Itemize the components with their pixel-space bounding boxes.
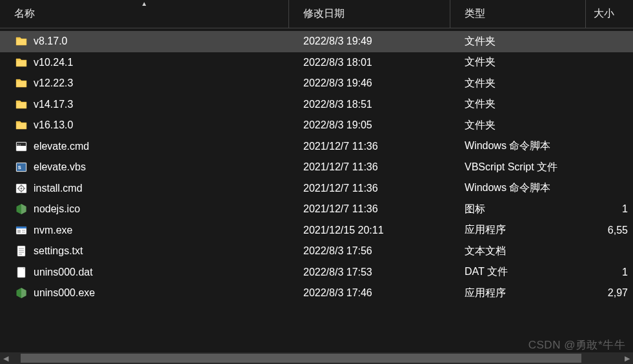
file-type-cell: 文本文档 xyxy=(450,241,586,262)
gear-icon xyxy=(15,183,27,194)
file-name-label: v8.17.0 xyxy=(34,35,67,47)
file-size-cell xyxy=(586,31,633,52)
file-size-cell xyxy=(586,178,633,199)
file-date-cell: 2021/12/7 11:36 xyxy=(289,199,450,220)
file-date-cell: 2022/8/3 19:46 xyxy=(289,73,450,94)
scroll-left-icon[interactable]: ◀ xyxy=(0,352,12,364)
column-header-name[interactable]: ▲ 名称 xyxy=(0,0,289,28)
folder-icon xyxy=(15,57,27,68)
scroll-thumb[interactable] xyxy=(21,354,581,363)
file-list: v8.17.02022/8/3 19:49文件夹v10.24.12022/8/3… xyxy=(0,28,633,304)
folder-icon xyxy=(15,35,27,47)
column-header-size[interactable]: 大小 xyxy=(586,0,633,28)
file-size-cell xyxy=(586,157,633,178)
file-date-cell: 2021/12/15 20:11 xyxy=(289,220,450,241)
file-name-label: nvm.exe xyxy=(34,225,72,236)
file-size-cell: 1 xyxy=(586,262,633,283)
scroll-right-icon[interactable]: ▶ xyxy=(621,352,633,364)
file-row[interactable]: v16.13.02022/8/3 19:05文件夹 xyxy=(0,115,633,136)
folder-icon xyxy=(15,99,27,110)
file-name-cell: v14.17.3 xyxy=(0,94,289,116)
folder-icon xyxy=(15,119,27,131)
file-type-cell: 文件夹 xyxy=(450,94,586,116)
exe-icon xyxy=(15,225,27,236)
file-date-cell: 2022/8/3 18:51 xyxy=(289,94,450,116)
file-name-label: v14.17.3 xyxy=(34,99,73,110)
file-type-cell: VBScript Script 文件 xyxy=(450,157,586,178)
file-row[interactable]: v14.17.32022/8/3 18:51文件夹 xyxy=(0,94,633,116)
file-name-label: elevate.vbs xyxy=(34,161,86,173)
file-name-label: install.cmd xyxy=(34,183,83,194)
file-name-cell: elevate.cmd xyxy=(0,136,289,157)
file-size-cell xyxy=(586,136,633,157)
column-size-label: 大小 xyxy=(594,7,614,21)
file-type-cell: 文件夹 xyxy=(450,52,586,74)
file-size-cell: 6,55 xyxy=(586,220,633,241)
file-date-cell: 2022/8/3 19:49 xyxy=(289,31,450,52)
file-date-cell: 2022/8/3 18:01 xyxy=(289,52,450,74)
file-row[interactable]: v12.22.32022/8/3 19:46文件夹 xyxy=(0,73,633,94)
file-name-cell: v10.24.1 xyxy=(0,52,289,74)
file-type-cell: Windows 命令脚本 xyxy=(450,178,586,199)
file-size-cell: 2,97 xyxy=(586,283,633,304)
file-row[interactable]: install.cmd2021/12/7 11:36Windows 命令脚本 xyxy=(0,178,633,199)
file-type-cell: 应用程序 xyxy=(450,220,586,241)
file-name-cell: v12.22.3 xyxy=(0,73,289,94)
file-size-cell xyxy=(586,241,633,262)
file-date-cell: 2021/12/7 11:36 xyxy=(289,157,450,178)
column-header-type[interactable]: 类型 xyxy=(450,0,586,28)
file-row[interactable]: elevate.cmd2021/12/7 11:36Windows 命令脚本 xyxy=(0,136,633,157)
file-size-cell xyxy=(586,115,633,136)
file-name-cell: nodejs.ico xyxy=(0,199,289,220)
file-name-label: elevate.cmd xyxy=(34,141,89,152)
file-date-cell: 2022/8/3 17:53 xyxy=(289,262,450,283)
horizontal-scrollbar[interactable]: ◀ ▶ xyxy=(0,352,633,364)
cmd-icon xyxy=(15,141,27,152)
vbs-icon xyxy=(15,161,27,173)
column-type-label: 类型 xyxy=(465,7,485,21)
column-date-label: 修改日期 xyxy=(303,7,345,21)
file-date-cell: 2022/8/3 17:46 xyxy=(289,283,450,304)
file-row[interactable]: nodejs.ico2021/12/7 11:36图标1 xyxy=(0,199,633,220)
file-type-cell: 应用程序 xyxy=(450,283,586,304)
column-name-label: 名称 xyxy=(14,7,35,21)
file-row[interactable]: nvm.exe2021/12/15 20:11应用程序6,55 xyxy=(0,220,633,241)
txt-icon xyxy=(15,245,27,257)
file-row[interactable]: unins000.exe2022/8/3 17:46应用程序2,97 xyxy=(0,283,633,304)
file-type-cell: 文件夹 xyxy=(450,73,586,94)
file-date-cell: 2021/12/7 11:36 xyxy=(289,136,450,157)
nodejs-icon xyxy=(15,203,27,215)
file-name-label: v16.13.0 xyxy=(34,119,73,131)
nodejs-icon xyxy=(15,287,27,299)
file-type-cell: 文件夹 xyxy=(450,115,586,136)
watermark: CSDN @勇敢*牛牛 xyxy=(528,338,625,352)
file-row[interactable]: elevate.vbs2021/12/7 11:36VBScript Scrip… xyxy=(0,157,633,178)
file-name-label: settings.txt xyxy=(34,245,83,257)
file-type-cell: 文件夹 xyxy=(450,31,586,52)
column-header-row: ▲ 名称 修改日期 类型 大小 xyxy=(0,0,633,28)
file-size-cell: 1 xyxy=(586,199,633,220)
folder-icon xyxy=(15,77,27,89)
scroll-track[interactable] xyxy=(12,352,621,364)
file-name-label: nodejs.ico xyxy=(34,203,80,215)
file-row[interactable]: v10.24.12022/8/3 18:01文件夹 xyxy=(0,52,633,74)
file-size-cell xyxy=(586,94,633,116)
file-name-cell: v8.17.0 xyxy=(0,31,289,52)
file-name-cell: elevate.vbs xyxy=(0,157,289,178)
file-name-label: unins000.exe xyxy=(34,287,95,299)
file-name-cell: v16.13.0 xyxy=(0,115,289,136)
file-name-label: v12.22.3 xyxy=(34,77,73,89)
file-date-cell: 2021/12/7 11:36 xyxy=(289,178,450,199)
file-size-cell xyxy=(586,52,633,74)
file-row[interactable]: v8.17.02022/8/3 19:49文件夹 xyxy=(0,31,633,52)
file-row[interactable]: unins000.dat2022/8/3 17:53DAT 文件1 xyxy=(0,262,633,283)
column-header-date[interactable]: 修改日期 xyxy=(289,0,450,28)
file-name-cell: install.cmd xyxy=(0,178,289,199)
file-date-cell: 2022/8/3 17:56 xyxy=(289,241,450,262)
file-name-cell: nvm.exe xyxy=(0,220,289,241)
file-date-cell: 2022/8/3 19:05 xyxy=(289,115,450,136)
file-type-cell: 图标 xyxy=(450,199,586,220)
sort-ascending-icon: ▲ xyxy=(141,1,148,7)
file-name-label: unins000.dat xyxy=(34,267,93,278)
file-row[interactable]: settings.txt2022/8/3 17:56文本文档 xyxy=(0,241,633,262)
